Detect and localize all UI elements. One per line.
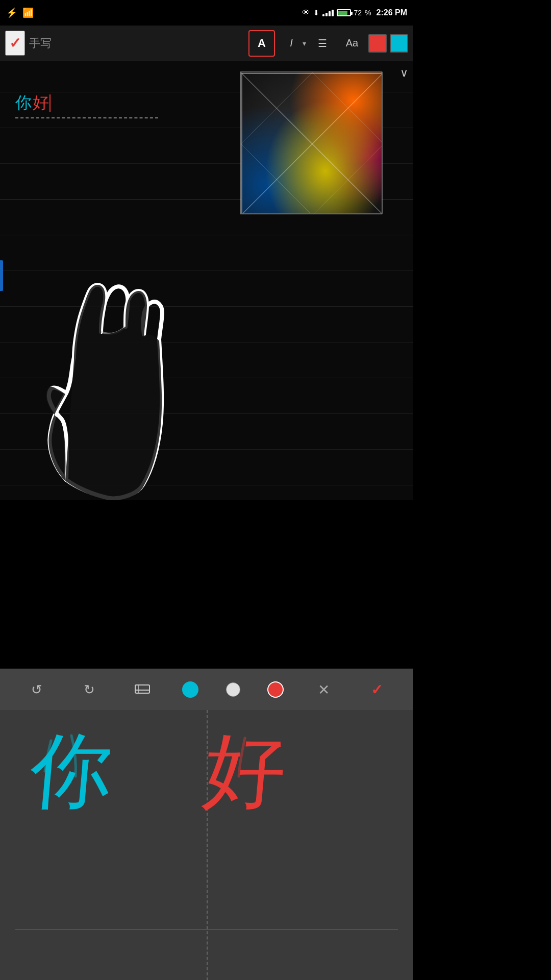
hw-baseline <box>15 929 398 929</box>
hw-confirm-button[interactable]: ✓ <box>364 677 389 702</box>
svg-rect-7 <box>135 685 149 693</box>
color-picker-x-overlay <box>241 72 382 213</box>
canvas-area[interactable]: 你 好 <box>0 61 413 500</box>
eraser-button[interactable] <box>130 677 155 702</box>
redo-icon: ↻ <box>84 682 95 698</box>
undo-icon: ↺ <box>31 682 42 698</box>
color-cyan-swatch[interactable] <box>390 34 408 53</box>
battery-percent: 72 <box>354 9 362 17</box>
bar1 <box>322 14 324 16</box>
font-size-button[interactable]: Aa <box>339 30 365 57</box>
cyan-text: 你 <box>15 92 33 114</box>
time-display: 2:26 PM <box>377 8 407 17</box>
italic-dropdown-arrow: ▾ <box>303 39 306 47</box>
undo-button[interactable]: ↺ <box>24 677 49 702</box>
text-underline <box>15 117 158 118</box>
bar3 <box>329 11 331 16</box>
sidebar-marker <box>0 260 3 291</box>
status-bar: ⚡ 📶 👁 ⬇ 72% 2:26 PM <box>0 0 413 26</box>
svg-line-0 <box>241 72 382 213</box>
hand-cursor-area <box>26 276 245 500</box>
text-display-area: 你 好 <box>15 92 51 114</box>
eye-icon: 👁 <box>302 8 310 17</box>
confirm-check-button[interactable]: ✓ <box>5 31 25 56</box>
red-color-dot[interactable] <box>267 681 284 698</box>
hw-char-hao: 好 <box>201 730 289 812</box>
signal-bars <box>322 10 334 16</box>
dropdown-arrow-icon[interactable]: ∨ <box>400 66 408 79</box>
toolbar-title: 手写 <box>29 36 239 51</box>
hw-panel: ↺ ↻ ✕ ✓ <box>0 669 413 980</box>
confirm-icon: ✓ <box>371 681 383 698</box>
italic-dropdown[interactable]: I ▾ <box>278 30 306 57</box>
hw-char-ni: 你 <box>27 730 116 812</box>
battery-icon <box>337 9 351 16</box>
bar4 <box>332 10 334 16</box>
dropdown-area: ∨ <box>400 66 408 80</box>
status-left-icons: ⚡ 📶 <box>6 7 34 18</box>
line5 <box>0 235 413 235</box>
font-style-button[interactable]: A <box>248 30 275 57</box>
battery-percent-sign: % <box>365 9 371 17</box>
toolbar-buttons: A I ▾ ☰ Aa <box>248 30 408 57</box>
bar2 <box>325 13 328 16</box>
hand-cursor-svg <box>26 276 245 500</box>
color-red-swatch[interactable] <box>368 34 387 53</box>
hw-close-button[interactable]: ✕ <box>311 677 337 702</box>
hw-toolbar: ↺ ↻ ✕ ✓ <box>0 669 413 710</box>
main-toolbar: ✓ 手写 A I ▾ ☰ Aa <box>0 26 413 61</box>
align-icon: ☰ <box>318 37 327 50</box>
redo-button[interactable]: ↻ <box>77 677 102 702</box>
hw-writing-area[interactable]: 你 好 <box>0 710 413 980</box>
eraser-icon <box>134 681 151 698</box>
italic-button[interactable]: I <box>278 30 305 57</box>
cyan-color-dot[interactable] <box>182 681 198 698</box>
white-color-dot[interactable] <box>226 682 240 697</box>
close-icon: ✕ <box>318 681 330 698</box>
color-picker-popup[interactable] <box>240 71 383 214</box>
status-right-icons: 👁 ⬇ 72% 2:26 PM <box>302 8 408 17</box>
red-text: 好 <box>33 92 49 114</box>
download-icon: ⬇ <box>313 9 319 17</box>
usb-icon: ⚡ <box>6 7 17 18</box>
battery-fill <box>338 11 347 15</box>
align-button[interactable]: ☰ <box>309 30 336 57</box>
line6 <box>0 271 413 271</box>
wifi-icon: 📶 <box>22 7 34 18</box>
text-cursor <box>49 94 51 112</box>
